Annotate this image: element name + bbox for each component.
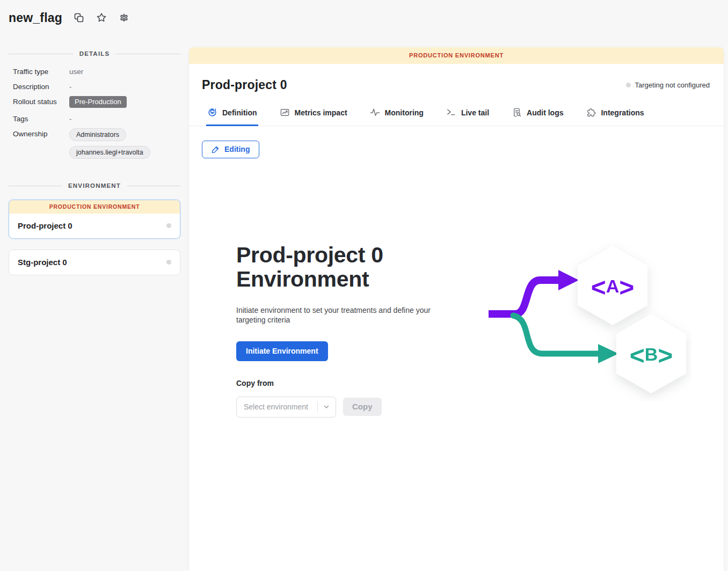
- editing-button[interactable]: Editing: [202, 141, 259, 158]
- copy-icon[interactable]: [73, 12, 85, 24]
- hexagon-b: <B>: [616, 314, 686, 393]
- tab-live-tail[interactable]: Live tail: [445, 103, 490, 126]
- targeting-status-text: Targeting not configured: [635, 81, 710, 89]
- targeting-status-dot: [626, 83, 631, 87]
- empty-state-heading: Prod-project 0 Environment: [236, 243, 462, 291]
- select-environment-dropdown[interactable]: Select environment: [236, 397, 336, 418]
- chevron-down-icon: [323, 403, 330, 411]
- definition-icon: [207, 107, 217, 118]
- environment-tabs: Definition Metrics impact: [189, 103, 724, 126]
- monitoring-icon: [370, 107, 380, 118]
- tab-label: Definition: [222, 108, 257, 117]
- tab-label: Audit logs: [527, 108, 563, 117]
- copy-button[interactable]: Copy: [343, 398, 382, 416]
- details-section-title: DETAILS: [9, 50, 180, 57]
- env-card-prod-project-0[interactable]: PRODUCTION ENVIRONMENT Prod-project 0: [9, 200, 180, 239]
- page-header: new_flag: [0, 0, 728, 35]
- production-environment-banner: PRODUCTION ENVIRONMENT: [189, 47, 724, 64]
- select-environment-placeholder: Select environment: [244, 402, 315, 411]
- integrations-icon: [586, 107, 596, 118]
- detail-row-rollout-status: Rollout status Pre-Production: [9, 98, 180, 108]
- environment-section-title: ENVIRONMENT: [9, 182, 180, 189]
- tab-audit-logs[interactable]: Audit logs: [511, 103, 564, 126]
- flag-name-title: new_flag: [9, 11, 62, 25]
- tab-metrics-impact[interactable]: Metrics impact: [279, 103, 348, 126]
- env-card-stg-project-0[interactable]: Stg-project 0: [9, 250, 180, 275]
- owner-pill-user[interactable]: johannes.liegl+travolta: [69, 146, 150, 159]
- hexagon-a: <A>: [578, 246, 647, 325]
- env-card-name: Stg-project 0: [18, 258, 67, 267]
- env-status-dot: [166, 223, 171, 228]
- detail-row-description: Description -: [9, 83, 180, 91]
- ab-split-illustration: <A> <B>: [489, 240, 691, 418]
- tab-monitoring[interactable]: Monitoring: [369, 103, 425, 126]
- detail-row-ownership: Ownership Administrators johannes.liegl+…: [9, 130, 180, 159]
- gear-icon[interactable]: [118, 12, 130, 24]
- traffic-type-value: user: [69, 68, 83, 76]
- details-title-label: DETAILS: [79, 50, 110, 57]
- empty-state-description: Initiate environment to set your treatme…: [236, 305, 432, 325]
- page-layout: DETAILS Traffic type user Description - …: [0, 35, 728, 571]
- tab-label: Integrations: [601, 108, 644, 117]
- environment-title-label: ENVIRONMENT: [68, 182, 121, 189]
- env-card-body: Prod-project 0: [9, 214, 180, 238]
- ab-split-svg: <A> <B>: [489, 240, 691, 401]
- env-card-production-banner: PRODUCTION ENVIRONMENT: [9, 200, 180, 214]
- tab-label: Metrics impact: [295, 108, 347, 117]
- audit-logs-icon: [512, 107, 522, 118]
- traffic-type-label: Traffic type: [9, 68, 69, 76]
- copy-from-row: Select environment Copy: [236, 397, 462, 418]
- select-divider: [317, 401, 318, 412]
- ownership-label: Ownership: [9, 130, 69, 138]
- tab-label: Monitoring: [385, 108, 424, 117]
- environment-title: Prod-project 0: [202, 78, 287, 92]
- owner-pill-administrators[interactable]: Administrators: [69, 128, 126, 141]
- editing-row: Editing: [189, 126, 724, 158]
- targeting-status: Targeting not configured: [626, 81, 710, 89]
- tags-value: -: [69, 115, 72, 123]
- environment-empty-state: Prod-project 0 Environment Initiate envi…: [189, 158, 724, 418]
- initiate-environment-button[interactable]: Initiate Environment: [236, 341, 328, 361]
- rollout-status-label: Rollout status: [9, 98, 69, 106]
- star-icon[interactable]: [96, 12, 107, 24]
- panel-header: Prod-project 0 Targeting not configured: [189, 64, 724, 103]
- rollout-status-badge: Pre-Production: [69, 96, 127, 108]
- tab-definition[interactable]: Definition: [206, 103, 258, 126]
- detail-row-tags: Tags -: [9, 115, 180, 123]
- editing-button-label: Editing: [224, 145, 250, 153]
- env-card-body: Stg-project 0: [9, 250, 180, 275]
- tab-label: Live tail: [461, 108, 489, 117]
- tags-label: Tags: [9, 115, 69, 123]
- copy-from-label: Copy from: [236, 379, 462, 387]
- tab-integrations[interactable]: Integrations: [585, 103, 645, 126]
- pencil-icon: [212, 145, 220, 153]
- environment-section: ENVIRONMENT PRODUCTION ENVIRONMENT Prod-…: [9, 182, 180, 275]
- env-status-dot: [166, 260, 171, 265]
- empty-state-text-column: Prod-project 0 Environment Initiate envi…: [236, 243, 462, 418]
- description-label: Description: [9, 83, 69, 91]
- detail-row-traffic-type: Traffic type user: [9, 68, 180, 76]
- live-tail-icon: [446, 107, 456, 118]
- description-value: -: [69, 83, 72, 91]
- sidebar: DETAILS Traffic type user Description - …: [0, 35, 189, 286]
- metrics-impact-icon: [280, 107, 290, 118]
- ownership-pills: Administrators johannes.liegl+travolta: [69, 128, 150, 159]
- environment-panel: PRODUCTION ENVIRONMENT Prod-project 0 Ta…: [189, 47, 724, 571]
- env-card-name: Prod-project 0: [18, 221, 72, 230]
